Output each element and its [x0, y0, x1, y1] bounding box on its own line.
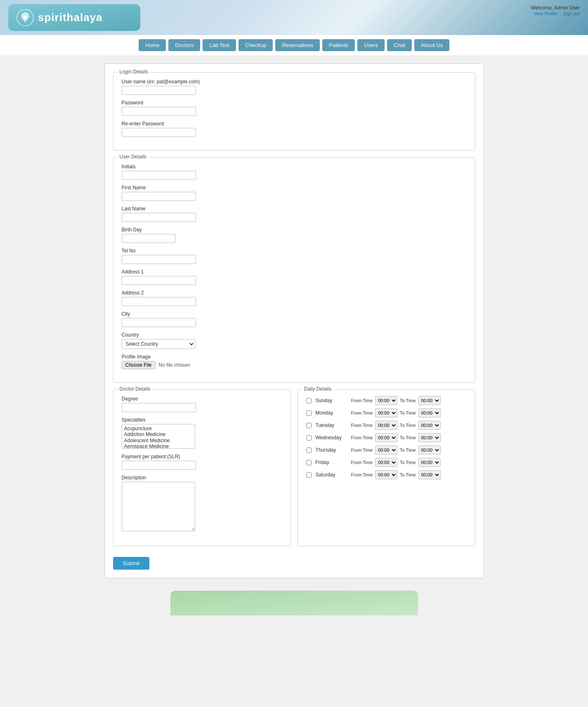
- friday-checkbox[interactable]: [306, 460, 312, 465]
- user-details-legend: User Details: [118, 154, 149, 160]
- sign-out-link[interactable]: Sign out: [563, 11, 580, 16]
- wednesday-from-label: From Time: [351, 435, 373, 440]
- tuesday-to-time[interactable]: 00:0001:00: [418, 421, 441, 430]
- birthday-label: Birth Day: [122, 227, 467, 233]
- nav-doctors[interactable]: Doctors: [168, 39, 200, 51]
- address1-input[interactable]: [122, 276, 196, 285]
- tuesday-from-label: From Time: [351, 423, 373, 428]
- thursday-label: Thursday: [316, 447, 349, 453]
- telno-row: Tel No: [122, 248, 467, 264]
- sunday-from-time[interactable]: 00:0001:0006:0008:0012:00: [375, 396, 397, 405]
- password-row: Password: [122, 100, 467, 116]
- wednesday-checkbox[interactable]: [306, 435, 312, 441]
- description-row: Description: [122, 475, 282, 533]
- thursday-checkbox[interactable]: [306, 448, 312, 453]
- saturday-checkbox[interactable]: [306, 472, 312, 478]
- password-input[interactable]: [122, 107, 196, 116]
- view-profile-link[interactable]: View Profile: [534, 11, 557, 16]
- specialty-option: Adolescent Medicine: [124, 438, 193, 443]
- saturday-to-time[interactable]: 00:0001:00: [418, 470, 441, 479]
- submit-area: Submit: [113, 553, 475, 570]
- nav-home[interactable]: Home: [139, 39, 166, 51]
- nav-users[interactable]: Users: [357, 39, 385, 51]
- city-row: City: [122, 311, 467, 327]
- degree-input[interactable]: [122, 403, 196, 412]
- degree-label: Degree: [122, 396, 282, 402]
- submit-button[interactable]: Submit: [113, 557, 149, 570]
- initials-row: Initials: [122, 164, 467, 180]
- telno-input[interactable]: [122, 255, 196, 264]
- sunday-checkbox[interactable]: [306, 398, 312, 403]
- tuesday-from-time[interactable]: 00:0001:00: [375, 421, 397, 430]
- username-input[interactable]: [122, 86, 196, 95]
- monday-from-label: From Time: [351, 410, 373, 415]
- address1-label: Address 1: [122, 269, 467, 275]
- address1-row: Address 1: [122, 269, 467, 285]
- thursday-to-label: To Time: [400, 448, 416, 452]
- monday-from-time[interactable]: 00:0001:00: [375, 408, 397, 417]
- description-textarea[interactable]: [122, 482, 195, 531]
- specialties-list[interactable]: Acupuncture Addiction Medicine Adolescen…: [122, 424, 195, 449]
- wednesday-to-time[interactable]: 00:0001:00: [418, 433, 441, 442]
- nav-checkup[interactable]: Checkup: [239, 39, 273, 51]
- svg-point-1: [24, 16, 27, 19]
- welcome-text: Welcome, Admin User: [531, 5, 580, 11]
- monday-row: Monday From Time 00:0001:00 To Time 00:0…: [306, 408, 467, 417]
- friday-from-time[interactable]: 00:0001:00: [375, 458, 397, 467]
- country-row: Country Select Country United States Uni…: [122, 332, 467, 349]
- profile-image-row: Profile Image Choose File No file chosen: [122, 354, 467, 369]
- profile-image-label: Profile Image: [122, 354, 467, 360]
- wednesday-from-time[interactable]: 00:0001:00: [375, 433, 397, 442]
- nav-about-us[interactable]: About Us: [414, 39, 449, 51]
- wednesday-row: Wednesday From Time 00:0001:00 To Time 0…: [306, 433, 467, 442]
- initials-input[interactable]: [122, 171, 196, 180]
- file-input-area: Choose File No file chosen: [122, 361, 467, 369]
- monday-to-time[interactable]: 00:0001:00: [418, 408, 441, 417]
- address2-input[interactable]: [122, 297, 196, 306]
- choose-file-button[interactable]: Choose File: [122, 361, 156, 369]
- navbar: Home Doctors Lab Test Checkup Reservatio…: [0, 35, 588, 55]
- lastname-input[interactable]: [122, 213, 196, 222]
- payment-input[interactable]: [122, 461, 196, 470]
- friday-row: Friday From Time 00:0001:00 To Time 00:0…: [306, 458, 467, 467]
- saturday-label: Saturday: [316, 472, 349, 478]
- tuesday-checkbox[interactable]: [306, 423, 312, 428]
- saturday-to-label: To Time: [400, 472, 416, 477]
- sunday-row: Sunday From Time 00:0001:0006:0008:0012:…: [306, 396, 467, 405]
- nav-patients[interactable]: Patients: [322, 39, 355, 51]
- sunday-to-time[interactable]: 00:0001:0006:0008:0012:00: [418, 396, 441, 405]
- daily-details-section: Daily Details Sunday From Time 00:0001:0…: [298, 389, 475, 546]
- telno-label: Tel No: [122, 248, 467, 254]
- thursday-row: Thursday From Time 00:0001:00 To Time 00…: [306, 445, 467, 455]
- city-input[interactable]: [122, 318, 196, 327]
- sunday-to-label: To Time: [400, 398, 416, 403]
- monday-to-label: To Time: [400, 410, 416, 415]
- saturday-from-time[interactable]: 00:0001:00: [375, 470, 397, 479]
- tuesday-row: Tuesday From Time 00:0001:00 To Time 00:…: [306, 421, 467, 430]
- logo-text: spirithalaya: [38, 11, 103, 24]
- monday-checkbox[interactable]: [306, 410, 312, 416]
- specialty-option: Addiction Medicine: [124, 431, 193, 437]
- specialty-option: Acupuncture: [124, 426, 193, 431]
- doctor-details-section: Doctor Details Degree Specialties Acupun…: [113, 389, 291, 546]
- firstname-input[interactable]: [122, 192, 196, 201]
- country-select[interactable]: Select Country United States United King…: [122, 339, 195, 349]
- city-label: City: [122, 311, 467, 317]
- thursday-from-time[interactable]: 00:0001:00: [375, 445, 397, 455]
- thursday-from-label: From Time: [351, 448, 373, 452]
- login-details-legend: Login Details: [118, 69, 150, 75]
- thursday-to-time[interactable]: 00:0001:00: [418, 445, 441, 455]
- friday-to-time[interactable]: 00:0001:00: [418, 458, 441, 467]
- wednesday-label: Wednesday: [316, 435, 349, 441]
- birthday-input[interactable]: [122, 234, 175, 243]
- tuesday-label: Tuesday: [316, 422, 349, 428]
- nav-chat[interactable]: Chat: [387, 39, 411, 51]
- sunday-label: Sunday: [316, 398, 349, 403]
- nav-reservations[interactable]: Reservations: [275, 39, 320, 51]
- user-details-section: User Details Initials First Name Last Na…: [113, 157, 475, 383]
- nav-lab-test[interactable]: Lab Test: [203, 39, 236, 51]
- footer-bar: [170, 591, 418, 615]
- repassword-label: Re-enter Password: [122, 121, 467, 127]
- repassword-input[interactable]: [122, 128, 196, 137]
- birthday-row: Birth Day: [122, 227, 467, 243]
